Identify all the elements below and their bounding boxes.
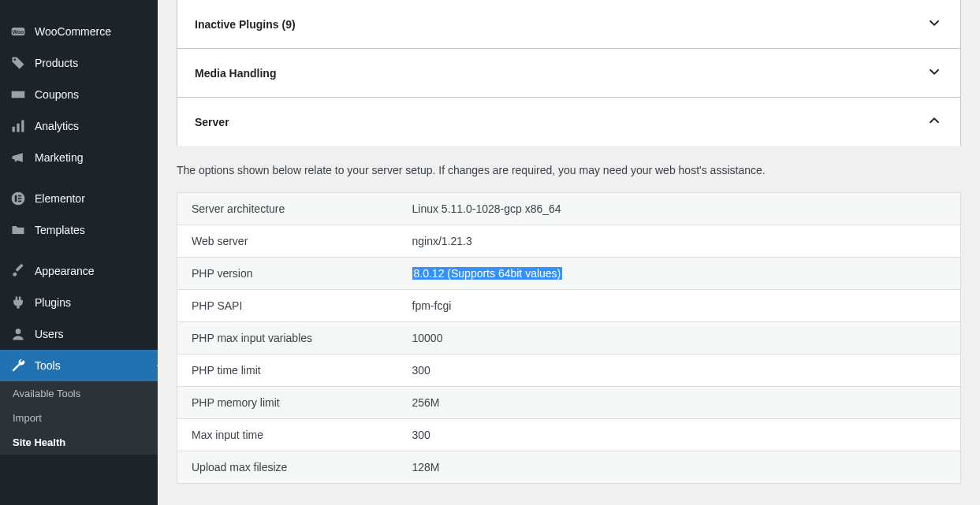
- sidebar-item-coupons[interactable]: Coupons: [0, 79, 158, 110]
- svg-rect-4: [17, 124, 19, 132]
- table-cell-value: nginx/1.21.3: [398, 225, 961, 258]
- svg-rect-10: [18, 201, 21, 202]
- sidebar-item-users[interactable]: Users: [0, 318, 158, 350]
- table-cell-value: 10000: [398, 322, 961, 355]
- sidebar-item-tools[interactable]: Tools: [0, 350, 158, 381]
- table-cell-value: 256M: [398, 387, 961, 419]
- submenu-site-health[interactable]: Site Health: [0, 430, 158, 455]
- table-row: Max input time300: [177, 419, 961, 451]
- table-cell-label: Max input time: [177, 419, 398, 451]
- sidebar-item-analytics[interactable]: Analytics: [0, 110, 158, 142]
- sidebar-item-woocommerce[interactable]: Woo WooCommerce: [0, 16, 158, 47]
- server-description: The options shown below relate to your s…: [177, 164, 961, 176]
- table-row: PHP memory limit256M: [177, 387, 961, 419]
- svg-point-2: [14, 59, 17, 61]
- table-row: Web servernginx/1.21.3: [177, 225, 961, 258]
- main-content: Inactive Plugins (9) Media Handling Serv…: [158, 0, 980, 505]
- svg-text:Woo: Woo: [13, 29, 24, 35]
- panel-server: Server: [177, 97, 961, 146]
- sidebar-item-appearance[interactable]: Appearance: [0, 255, 158, 287]
- bar-chart-icon: [9, 118, 27, 134]
- table-cell-value: Linux 5.11.0-1028-gcp x86_64: [398, 193, 961, 225]
- brush-icon: [9, 263, 27, 279]
- table-cell-label: PHP SAPI: [177, 290, 398, 322]
- submenu-available-tools[interactable]: Available Tools: [0, 381, 158, 406]
- table-row: Server architectureLinux 5.11.0-1028-gcp…: [177, 193, 961, 225]
- sidebar-item-label: Appearance: [35, 265, 95, 277]
- elementor-icon: [9, 191, 27, 206]
- highlighted-text: 8.0.12 (Supports 64bit values): [412, 267, 563, 280]
- sidebar-item-label: Tools: [35, 359, 61, 372]
- svg-rect-8: [18, 195, 21, 197]
- wrench-icon: [9, 358, 27, 373]
- table-cell-value: 8.0.12 (Supports 64bit values): [398, 258, 961, 290]
- tag-icon: [9, 55, 27, 71]
- panel-title: Media Handling: [195, 67, 276, 80]
- chevron-down-icon: [926, 14, 943, 34]
- megaphone-icon: [9, 150, 27, 165]
- svg-point-11: [16, 329, 21, 334]
- sidebar-item-label: Templates: [35, 224, 85, 236]
- sidebar-item-label: Plugins: [35, 296, 71, 309]
- chevron-up-icon: [926, 112, 943, 132]
- sidebar-item-label: Users: [35, 328, 64, 340]
- table-cell-label: Upload max filesize: [177, 451, 398, 484]
- sidebar-item-label: Coupons: [35, 88, 79, 101]
- table-cell-label: Server architecture: [177, 193, 398, 225]
- panel-header-inactive-plugins[interactable]: Inactive Plugins (9): [177, 0, 960, 48]
- table-row: PHP time limit300: [177, 355, 961, 387]
- server-info-table: Server architectureLinux 5.11.0-1028-gcp…: [177, 192, 961, 484]
- table-cell-value: fpm-fcgi: [398, 290, 961, 322]
- panel-title: Server: [195, 116, 229, 128]
- svg-rect-3: [13, 127, 15, 132]
- tools-submenu: Available Tools Import Site Health: [0, 381, 158, 455]
- table-cell-value: 300: [398, 419, 961, 451]
- panel-header-media-handling[interactable]: Media Handling: [177, 49, 960, 97]
- sidebar-item-plugins[interactable]: Plugins: [0, 287, 158, 318]
- sidebar-item-marketing[interactable]: Marketing: [0, 142, 158, 173]
- table-cell-label: PHP version: [177, 258, 398, 290]
- chevron-down-icon: [926, 63, 943, 83]
- woocommerce-icon: Woo: [9, 24, 27, 39]
- table-row: PHP max input variables10000: [177, 322, 961, 355]
- svg-rect-9: [18, 198, 21, 199]
- table-row: Upload max filesize128M: [177, 451, 961, 484]
- user-icon: [9, 326, 27, 342]
- table-cell-label: Web server: [177, 225, 398, 258]
- table-row: PHP SAPIfpm-fcgi: [177, 290, 961, 322]
- panel-header-server[interactable]: Server: [177, 98, 960, 146]
- folder-icon: [9, 222, 27, 238]
- panel-inactive-plugins: Inactive Plugins (9): [177, 0, 961, 49]
- svg-rect-7: [15, 195, 17, 202]
- sidebar-item-label: Elementor: [35, 192, 85, 205]
- sidebar-item-label: Products: [35, 57, 78, 69]
- admin-sidebar: Woo WooCommerce Products Coupons Analyti…: [0, 0, 158, 505]
- sidebar-item-label: Analytics: [35, 120, 79, 132]
- sidebar-item-products[interactable]: Products: [0, 47, 158, 79]
- sidebar-item-label: WooCommerce: [35, 25, 111, 38]
- table-cell-value: 128M: [398, 451, 961, 484]
- svg-rect-5: [21, 121, 24, 132]
- table-cell-value: 300: [398, 355, 961, 387]
- sidebar-item-elementor[interactable]: Elementor: [0, 183, 158, 214]
- panel-media-handling: Media Handling: [177, 48, 961, 98]
- sidebar-item-label: Marketing: [35, 151, 83, 164]
- panel-title: Inactive Plugins (9): [195, 18, 296, 31]
- table-cell-label: PHP memory limit: [177, 387, 398, 419]
- table-row: PHP version8.0.12 (Supports 64bit values…: [177, 258, 961, 290]
- plug-icon: [9, 295, 27, 310]
- submenu-import[interactable]: Import: [0, 406, 158, 430]
- table-cell-label: PHP time limit: [177, 355, 398, 387]
- ticket-icon: [9, 87, 27, 102]
- table-cell-label: PHP max input variables: [177, 322, 398, 355]
- sidebar-item-templates[interactable]: Templates: [0, 214, 158, 246]
